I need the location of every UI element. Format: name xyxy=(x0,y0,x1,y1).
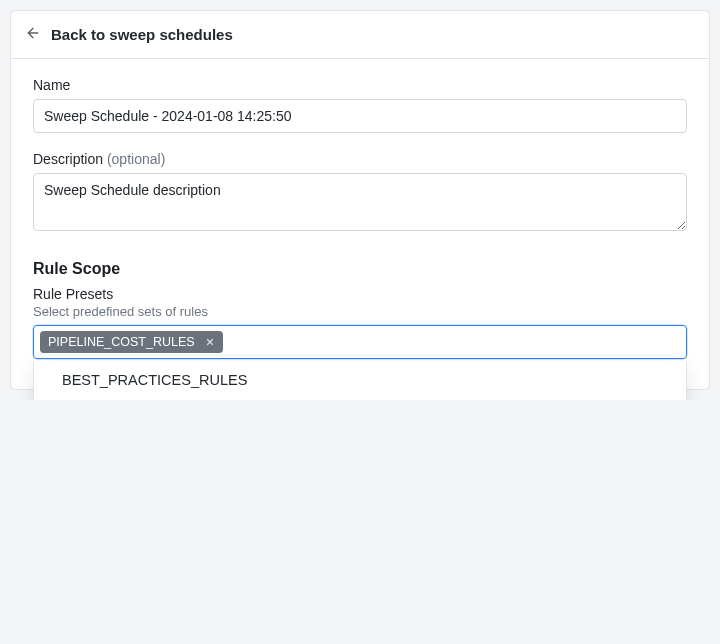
name-label: Name xyxy=(33,77,687,93)
selected-chip-label: PIPELINE_COST_RULES xyxy=(48,335,195,349)
preset-option-label: BEST_PRACTICES_RULES xyxy=(62,372,247,388)
rule-presets-multiselect: PIPELINE_COST_RULES BEST_PRACTICES_RULES… xyxy=(33,325,687,359)
chip-remove-icon[interactable] xyxy=(203,335,217,349)
description-label: Description (optional) xyxy=(33,151,687,167)
card: Back to sweep schedules Name Description… xyxy=(10,10,710,390)
back-link[interactable]: Back to sweep schedules xyxy=(11,11,709,59)
description-input[interactable]: Sweep Schedule description xyxy=(33,173,687,231)
preset-option[interactable]: BEST_PRACTICES_RULES xyxy=(34,365,686,395)
selected-chip: PIPELINE_COST_RULES xyxy=(40,331,223,353)
back-label: Back to sweep schedules xyxy=(51,26,233,43)
description-label-text: Description xyxy=(33,151,107,167)
arrow-left-icon xyxy=(25,25,41,44)
form-content: Name Description (optional) Sweep Schedu… xyxy=(11,59,709,389)
preset-option[interactable]: COVERAGE_RULES xyxy=(34,395,686,400)
rule-presets-label: Rule Presets xyxy=(33,286,687,302)
description-optional: (optional) xyxy=(107,151,165,167)
rule-presets-input[interactable]: PIPELINE_COST_RULES xyxy=(33,325,687,359)
rule-presets-dropdown: BEST_PRACTICES_RULESCOVERAGE_RULESCRITIC… xyxy=(33,361,687,400)
rule-presets-helper: Select predefined sets of rules xyxy=(33,304,687,319)
name-input[interactable] xyxy=(33,99,687,133)
rule-scope-heading: Rule Scope xyxy=(33,260,687,278)
